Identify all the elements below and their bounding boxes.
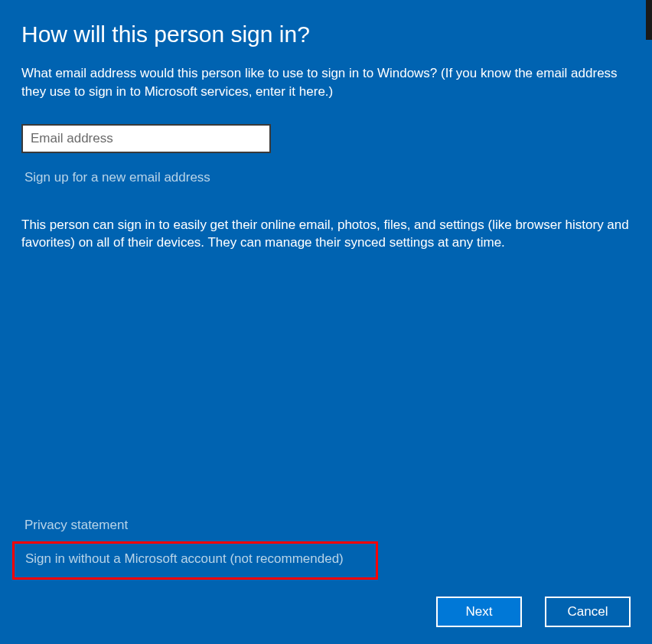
scrollbar-thumb[interactable]: [646, 0, 652, 40]
button-row: Next Cancel: [436, 597, 631, 627]
signup-new-email-link[interactable]: Sign up for a new email address: [24, 170, 210, 185]
description-text: This person can sign in to easily get th…: [21, 216, 631, 253]
page-subtitle: What email address would this person lik…: [21, 64, 631, 101]
next-button[interactable]: Next: [436, 597, 522, 627]
scrollbar-track[interactable]: [646, 0, 652, 644]
page-title: How will this person sign in?: [21, 21, 631, 47]
cancel-button[interactable]: Cancel: [545, 597, 631, 627]
email-input[interactable]: [21, 124, 271, 153]
signin-without-microsoft-link[interactable]: Sign in without a Microsoft account (not…: [25, 551, 344, 566]
privacy-statement-link[interactable]: Privacy statement: [24, 518, 128, 533]
highlighted-option: Sign in without a Microsoft account (not…: [12, 541, 378, 580]
